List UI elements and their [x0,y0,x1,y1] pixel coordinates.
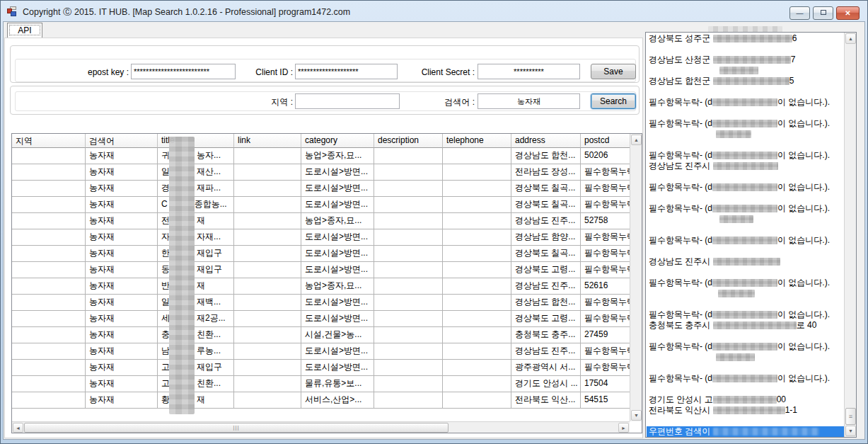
log-spacer [647,224,845,235]
log-spacer [647,299,845,309]
table-row[interactable]: 농자재한재입구도로시설>방면...경상북도 칠곡...필수항목누락 [12,246,642,262]
cell-link [234,197,301,213]
cell-address: 경상북도 고령... [511,311,581,327]
blur-redaction [719,67,758,74]
log-item[interactable]: 경상북도 성주군 6 [647,33,845,44]
table-row[interactable]: 농자재고친환...물류,유통>보...경기도 안성시 ...17504 [12,376,642,392]
scroll-right-icon[interactable]: ► [618,423,629,433]
maximize-button[interactable] [813,6,833,20]
title-suffix: 재입구 [197,362,222,372]
column-header[interactable]: telephone [443,134,511,148]
search-button[interactable]: Search [591,93,636,109]
minimize-button[interactable]: — [789,6,810,20]
log-item[interactable]: 필수항목누락- (d이 없습니다.). [647,97,845,108]
title-suffix: 루농... [197,346,221,355]
table-row[interactable]: 농자재황재서비스,산업>...전라북도 익산...54515 [12,392,642,409]
column-header[interactable]: link [234,134,301,148]
tab-api[interactable]: API [7,23,42,38]
log-item[interactable]: 필수항목누락- (d이 없습니다.). [647,309,845,320]
save-button[interactable]: Save [591,64,636,79]
table-row[interactable]: 농자재귀농자...농업>종자,묘...경상남도 합천...50206 [12,148,642,164]
log-item[interactable]: 경상남도 합천군 5 [647,76,845,86]
region-input[interactable] [295,93,400,109]
blur-redaction [712,237,777,244]
table-row[interactable]: 농자재일재산...도로시설>방면...전라남도 장성...필수항목누락 [12,164,642,181]
log-item[interactable]: 경기도 안성시 고00 [647,394,845,405]
log-item[interactable]: 경상남도 진주시 [647,161,845,171]
cell-category: 도로시설>방면... [301,262,374,278]
title-suffix: 친환... [197,329,221,339]
log-item[interactable]: 경상남도 진주시 [647,256,845,267]
table-row[interactable]: 농자재자자재...도로시설>방면...경상남도 함양...필수항목누락 [12,229,642,246]
cell-category: 도로시설>방면... [301,181,374,197]
log-item[interactable]: 필수항목누락- (d이 없습니다.). [647,373,845,384]
table-row[interactable]: 농자재경재파...도로시설>방면...경상북도 칠곡...필수항목누락 [12,181,642,197]
horizontal-scroll-thumb[interactable]: ||| [24,423,449,433]
log-item-selected[interactable]: 우편번호 검색이 [647,426,845,437]
table-row[interactable]: 농자재세재2공...도로시설>방면...경상북도 고령...필수항목누락 [12,311,642,327]
log-item[interactable]: 필수항목누락- (d이 없습니다.). [647,235,845,246]
client-id-label: Client ID : [212,67,293,77]
blur-redaction [713,162,778,170]
title-bar[interactable]: Copyright ⓒ 2015. IT HUB. [Map Search 1.… [1,1,867,22]
log-spacer [647,352,845,363]
column-header[interactable]: 지역 [12,134,86,148]
grid-header[interactable]: 지역검색어titlelinkcategorydescriptiontelepho… [12,134,642,148]
log-item[interactable]: 충청북도 충주시 로 40 [647,320,845,331]
log-text: 5 [789,76,794,86]
cell-description [374,376,443,392]
column-header[interactable]: 검색어 [86,134,158,148]
blur-redaction [713,321,797,329]
log-text: 이 없습니다.). [777,278,830,288]
log-text: 경상북도 성주군 [649,33,713,43]
title-suffix: 재2공... [197,313,226,323]
log-spacer [647,267,845,278]
log-item[interactable]: 필수항목누락- (d이 없습니다.). [647,182,845,193]
table-row[interactable]: 농자재남루농...도로시설>방면...경상남도 진주...필수항목누락 [12,343,642,360]
log-item[interactable]: 필수항목누락- (d이 없습니다.). [647,341,845,352]
client-secret-input[interactable] [478,64,580,79]
column-header[interactable]: postcd [581,134,630,148]
log-text: 이 없습니다.). [777,97,830,107]
close-button[interactable]: ✕ [836,6,860,20]
column-header[interactable]: description [374,134,443,148]
scroll-down-icon[interactable]: ▼ [631,410,642,421]
blur-redaction [719,215,753,223]
table-row[interactable]: 농자재고재입구도로시설>방면...광주광역시 서...필수항목누락 [12,360,642,376]
cell-address: 전라남도 장성... [511,164,581,181]
scroll-up-icon[interactable]: ▲ [845,33,856,44]
title-suffix: 재입구 [197,264,222,274]
scroll-up-icon[interactable]: ▲ [631,135,642,145]
cell-link [234,164,301,181]
log-item[interactable]: 필수항목누락- (d이 없습니다.). [647,203,845,214]
scroll-down-icon[interactable]: ▼ [845,426,856,436]
scroll-left-icon[interactable]: ◄ [13,423,23,433]
vertical-scroll-thumb[interactable]: ≡ [845,408,856,425]
cell-region [12,327,86,343]
column-header[interactable]: address [511,134,581,148]
region-label: 지역 : [222,96,293,108]
log-item[interactable]: 필수항목누락- (d이 없습니다.). [647,278,845,288]
log-item[interactable]: 전라북도 익산시 1-1 [647,405,845,416]
column-header[interactable]: category [301,134,374,148]
grid-horizontal-scrollbar[interactable]: ◄ ||| ► [12,421,630,433]
cell-address: 경상남도 진주... [511,213,581,229]
table-row[interactable]: 농자재반재농업>종자,묘...경상남도 진주...52616 [12,278,642,295]
keyword-input[interactable] [478,93,580,109]
cell-postcd: 필수항목누락 [581,229,630,246]
log-text: 이 없습니다.). [777,235,830,245]
cell-postcd: 27459 [581,327,630,343]
log-spacer [647,129,845,140]
log-vertical-scrollbar[interactable]: ▲ ≡ ▼ [844,33,856,437]
grid-vertical-scrollbar[interactable]: ▲ ▼ [630,134,642,421]
table-row[interactable]: 농자재동재입구도로시설>방면...경상북도 고령...필수항목누락 [12,262,642,278]
table-row[interactable]: 농자재충친환...시설,건물>농...충청북도 충주...27459 [12,327,642,343]
log-item[interactable]: 필수항목누락- (d이 없습니다.). [647,118,845,129]
cell-category: 도로시설>방면... [301,229,374,246]
table-row[interactable]: 농자재일재백...도로시설>방면...경상남도 합천...필수항목누락 [12,295,642,311]
log-spacer [647,246,845,256]
table-row[interactable]: 농자재C종합농...도로시설>방면...경상북도 칠곡...필수항목누락 [12,197,642,213]
table-row[interactable]: 농자재전재농업>종자,묘...경상남도 진주...52758 [12,213,642,229]
log-item[interactable]: 필수항목누락- (d이 없습니다.). [647,150,845,161]
log-item[interactable]: 경상남도 산청군 7 [647,55,845,65]
